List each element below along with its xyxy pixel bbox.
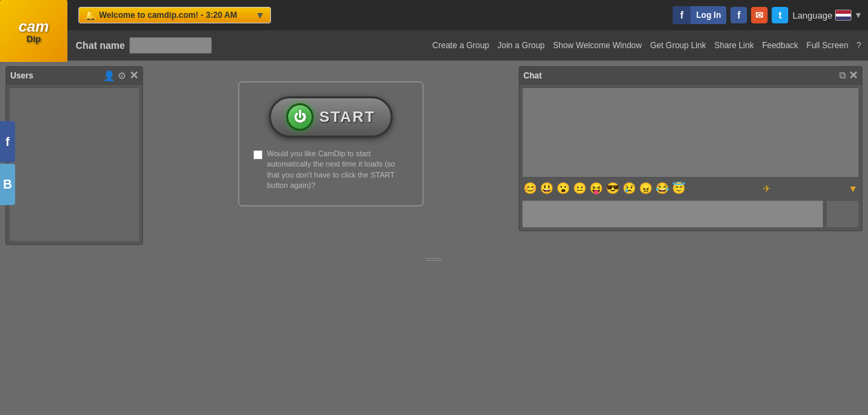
users-panel-header: Users 👤 ⚙ ✕ [6,67,142,85]
users-panel-body [9,87,140,242]
share-link-link[interactable]: Share Link [715,41,754,50]
welcome-dropdown-icon: ▼ [255,10,265,21]
power-symbol: ⏻ [294,111,306,123]
logo-text: camDip [19,19,49,43]
top-right-area: f Log In f ✉ t Language ▼ [673,6,862,24]
chat-panel: Chat ⧉ ✕ 😊 😃 😮 😐 😝 😎 😢 😠 😂 😇 ✈ ▼ [519,66,862,231]
emoji-3[interactable]: 😮 [556,182,570,195]
autostart-text: Would you like CamDip to start automatic… [267,149,409,191]
facebook-icon[interactable]: f [730,7,747,23]
facebook-login-button[interactable]: f Log In [673,6,726,24]
flag-icon [835,10,851,21]
start-button[interactable]: ⏻ START [269,96,393,138]
second-bar: Chat name Create a Group Join a Group Sh… [0,30,868,61]
logo[interactable]: camDip [0,0,67,62]
users-panel-title: Users [10,71,100,81]
mail-icon[interactable]: ✉ [751,7,768,23]
users-panel-close-button[interactable]: ✕ [129,69,138,82]
emoji-5[interactable]: 😝 [589,182,603,195]
autostart-row: Would you like CamDip to start automatic… [253,149,409,191]
welcome-banner[interactable]: 🔔 Welcome to camdip.com! - 3:20 AM ▼ [78,7,271,23]
help-link[interactable]: ? [856,41,861,50]
emoji-10[interactable]: 😇 [672,182,686,195]
left-tab-facebook[interactable]: f [0,121,15,162]
feedback-link[interactable]: Feedback [762,41,799,50]
emoji-1[interactable]: 😊 [523,182,537,195]
power-icon: ⏻ [286,103,314,131]
chat-panel-close-button[interactable]: ✕ [849,69,858,82]
users-panel: Users 👤 ⚙ ✕ [6,66,143,245]
left-tab-b[interactable]: B [0,164,15,205]
center-area: ⏻ START Would you like CamDip to start a… [143,61,519,415]
chat-panel-title: Chat [523,71,836,81]
emoji-7[interactable]: 😢 [622,182,636,195]
chat-input[interactable] [522,200,823,228]
chat-emojis-bar: 😊 😃 😮 😐 😝 😎 😢 😠 😂 😇 ✈ ▼ [519,179,862,198]
login-label: Log In [691,10,726,20]
chat-messages-area [522,87,859,178]
emoji-send-icon[interactable]: ✈ [763,183,771,194]
top-bar: camDip 🔔 Welcome to camdip.com! - 3:20 A… [0,0,868,30]
welcome-icon: 🔔 [85,10,96,21]
chat-panel-header: Chat ⧉ ✕ [519,67,862,85]
language-selector[interactable]: Language ▼ [792,10,862,21]
twitter-icon[interactable]: t [772,7,788,23]
emoji-4[interactable]: 😐 [573,182,587,195]
resize-handle[interactable]: ══ [426,253,442,266]
emoji-8[interactable]: 😠 [639,182,653,195]
language-dropdown-icon: ▼ [854,10,862,20]
users-icon: 👤 [103,70,115,81]
emoji-9[interactable]: 😂 [655,182,669,195]
nav-links: Create a Group Join a Group Show Welcome… [433,41,868,50]
create-group-link[interactable]: Create a Group [433,41,490,50]
send-button[interactable] [826,200,859,228]
show-welcome-link[interactable]: Show Welcome Window [553,41,642,50]
get-group-link-link[interactable]: Get Group Link [650,41,706,50]
users-settings-icon[interactable]: ⚙ [118,70,127,81]
chat-name-label: Chat name [76,40,125,51]
fb-logo-icon: f [673,6,691,24]
autostart-checkbox[interactable] [253,150,263,160]
main-area: f B Users 👤 ⚙ ✕ ⏻ START Would you like C… [0,61,868,415]
start-box: ⏻ START Would you like CamDip to start a… [238,81,424,206]
join-group-link[interactable]: Join a Group [497,41,545,50]
chat-popout-icon[interactable]: ⧉ [839,70,846,81]
language-label: Language [792,10,832,21]
emoji-6[interactable]: 😎 [606,182,620,195]
emoji-2[interactable]: 😃 [540,182,554,195]
chat-input-row [519,198,862,231]
welcome-text: Welcome to camdip.com! - 3:20 AM [99,10,252,20]
start-label: START [319,108,376,126]
fullscreen-link[interactable]: Full Screen [807,41,849,50]
emoji-more-icon[interactable]: ▼ [848,183,858,194]
left-tabs: f B [0,121,15,205]
chat-name-input[interactable] [129,37,212,54]
